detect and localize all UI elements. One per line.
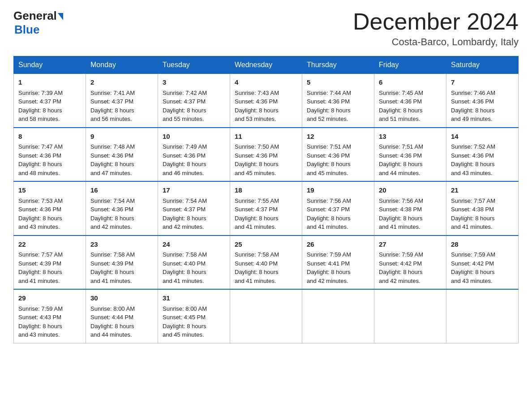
header-cell-wednesday: Wednesday bbox=[230, 56, 302, 74]
header-cell-monday: Monday bbox=[86, 56, 158, 74]
day-number: 18 bbox=[235, 185, 297, 196]
week-row-3: 15Sunrise: 7:53 AMSunset: 4:36 PMDayligh… bbox=[14, 181, 519, 235]
day-number: 15 bbox=[18, 185, 81, 196]
month-title: December 2024 bbox=[353, 9, 519, 34]
calendar-cell: 29Sunrise: 7:59 AMSunset: 4:43 PMDayligh… bbox=[14, 289, 86, 343]
day-info: Sunrise: 7:58 AMSunset: 4:40 PMDaylight:… bbox=[235, 251, 279, 284]
calendar-cell: 21Sunrise: 7:57 AMSunset: 4:38 PMDayligh… bbox=[446, 181, 519, 235]
day-info: Sunrise: 7:43 AMSunset: 4:36 PMDaylight:… bbox=[235, 90, 279, 123]
day-number: 8 bbox=[18, 132, 81, 142]
calendar-cell bbox=[302, 289, 374, 343]
day-info: Sunrise: 7:48 AMSunset: 4:36 PMDaylight:… bbox=[90, 143, 135, 176]
calendar-cell: 5Sunrise: 7:44 AMSunset: 4:36 PMDaylight… bbox=[302, 74, 374, 128]
day-info: Sunrise: 7:54 AMSunset: 4:37 PMDaylight:… bbox=[163, 197, 207, 231]
day-number: 24 bbox=[163, 240, 225, 250]
calendar-cell: 6Sunrise: 7:45 AMSunset: 4:36 PMDaylight… bbox=[374, 74, 446, 128]
logo: General Blue bbox=[13, 9, 63, 37]
calendar-cell: 22Sunrise: 7:57 AMSunset: 4:39 PMDayligh… bbox=[14, 235, 86, 290]
day-number: 25 bbox=[235, 240, 297, 250]
calendar-cell bbox=[230, 289, 302, 343]
day-info: Sunrise: 7:42 AMSunset: 4:37 PMDaylight:… bbox=[163, 90, 207, 123]
day-info: Sunrise: 7:59 AMSunset: 4:42 PMDaylight:… bbox=[379, 251, 423, 284]
day-number: 5 bbox=[307, 77, 369, 88]
day-number: 20 bbox=[379, 185, 442, 196]
calendar-cell bbox=[446, 289, 519, 343]
calendar-cell: 9Sunrise: 7:48 AMSunset: 4:36 PMDaylight… bbox=[86, 128, 158, 182]
calendar-cell: 23Sunrise: 7:58 AMSunset: 4:39 PMDayligh… bbox=[86, 235, 158, 290]
day-number: 27 bbox=[379, 240, 442, 250]
day-number: 10 bbox=[163, 132, 225, 142]
day-number: 21 bbox=[451, 185, 514, 196]
calendar-cell: 25Sunrise: 7:58 AMSunset: 4:40 PMDayligh… bbox=[230, 235, 302, 290]
day-info: Sunrise: 7:58 AMSunset: 4:40 PMDaylight:… bbox=[163, 251, 207, 284]
logo-blue-text: Blue bbox=[14, 23, 39, 37]
header-cell-sunday: Sunday bbox=[14, 56, 86, 74]
day-number: 2 bbox=[90, 77, 153, 88]
week-row-4: 22Sunrise: 7:57 AMSunset: 4:39 PMDayligh… bbox=[14, 235, 519, 290]
day-info: Sunrise: 7:56 AMSunset: 4:38 PMDaylight:… bbox=[379, 197, 423, 231]
day-info: Sunrise: 7:51 AMSunset: 4:36 PMDaylight:… bbox=[379, 143, 423, 176]
calendar-cell: 7Sunrise: 7:46 AMSunset: 4:36 PMDaylight… bbox=[446, 74, 519, 128]
header-cell-tuesday: Tuesday bbox=[158, 56, 230, 74]
day-number: 17 bbox=[163, 185, 225, 196]
day-info: Sunrise: 7:45 AMSunset: 4:36 PMDaylight:… bbox=[379, 90, 423, 123]
day-info: Sunrise: 7:56 AMSunset: 4:37 PMDaylight:… bbox=[307, 197, 351, 231]
day-number: 13 bbox=[379, 132, 442, 142]
calendar-cell: 26Sunrise: 7:59 AMSunset: 4:41 PMDayligh… bbox=[302, 235, 374, 290]
calendar-cell: 3Sunrise: 7:42 AMSunset: 4:37 PMDaylight… bbox=[158, 74, 230, 128]
calendar-cell: 13Sunrise: 7:51 AMSunset: 4:36 PMDayligh… bbox=[374, 128, 446, 182]
calendar-cell: 11Sunrise: 7:50 AMSunset: 4:36 PMDayligh… bbox=[230, 128, 302, 182]
header-cell-saturday: Saturday bbox=[446, 56, 519, 74]
logo-arrow-icon bbox=[58, 13, 63, 20]
location-text: Costa-Barco, Lombardy, Italy bbox=[353, 36, 519, 48]
day-info: Sunrise: 7:59 AMSunset: 4:43 PMDaylight:… bbox=[18, 305, 63, 338]
day-number: 26 bbox=[307, 240, 369, 250]
header-cell-thursday: Thursday bbox=[302, 56, 374, 74]
day-number: 11 bbox=[235, 132, 297, 142]
day-number: 30 bbox=[90, 293, 153, 304]
day-info: Sunrise: 7:55 AMSunset: 4:37 PMDaylight:… bbox=[235, 197, 279, 231]
day-number: 12 bbox=[307, 132, 369, 142]
calendar-cell: 4Sunrise: 7:43 AMSunset: 4:36 PMDaylight… bbox=[230, 74, 302, 128]
day-number: 9 bbox=[90, 132, 153, 142]
calendar-table: SundayMondayTuesdayWednesdayThursdayFrid… bbox=[13, 56, 519, 343]
day-number: 22 bbox=[18, 240, 81, 250]
calendar-cell: 14Sunrise: 7:52 AMSunset: 4:36 PMDayligh… bbox=[446, 128, 519, 182]
day-info: Sunrise: 7:58 AMSunset: 4:39 PMDaylight:… bbox=[90, 251, 135, 284]
day-info: Sunrise: 7:41 AMSunset: 4:37 PMDaylight:… bbox=[90, 90, 135, 123]
day-info: Sunrise: 8:00 AMSunset: 4:45 PMDaylight:… bbox=[163, 305, 207, 338]
calendar-cell: 30Sunrise: 8:00 AMSunset: 4:44 PMDayligh… bbox=[86, 289, 158, 343]
calendar-cell: 10Sunrise: 7:49 AMSunset: 4:36 PMDayligh… bbox=[158, 128, 230, 182]
calendar-cell: 2Sunrise: 7:41 AMSunset: 4:37 PMDaylight… bbox=[86, 74, 158, 128]
header-cell-friday: Friday bbox=[374, 56, 446, 74]
calendar-cell: 28Sunrise: 7:59 AMSunset: 4:42 PMDayligh… bbox=[446, 235, 519, 290]
title-area: December 2024 Costa-Barco, Lombardy, Ita… bbox=[353, 9, 519, 48]
day-number: 31 bbox=[163, 293, 225, 304]
calendar-cell: 19Sunrise: 7:56 AMSunset: 4:37 PMDayligh… bbox=[302, 181, 374, 235]
calendar-cell: 17Sunrise: 7:54 AMSunset: 4:37 PMDayligh… bbox=[158, 181, 230, 235]
day-info: Sunrise: 7:49 AMSunset: 4:36 PMDaylight:… bbox=[163, 143, 207, 176]
calendar-cell: 8Sunrise: 7:47 AMSunset: 4:36 PMDaylight… bbox=[14, 128, 86, 182]
day-info: Sunrise: 7:53 AMSunset: 4:36 PMDaylight:… bbox=[18, 197, 63, 231]
calendar-cell: 12Sunrise: 7:51 AMSunset: 4:36 PMDayligh… bbox=[302, 128, 374, 182]
week-row-2: 8Sunrise: 7:47 AMSunset: 4:36 PMDaylight… bbox=[14, 128, 519, 182]
calendar-cell: 15Sunrise: 7:53 AMSunset: 4:36 PMDayligh… bbox=[14, 181, 86, 235]
header-row: SundayMondayTuesdayWednesdayThursdayFrid… bbox=[14, 56, 519, 74]
day-info: Sunrise: 7:59 AMSunset: 4:41 PMDaylight:… bbox=[307, 251, 351, 284]
day-info: Sunrise: 7:59 AMSunset: 4:42 PMDaylight:… bbox=[451, 251, 495, 284]
logo-general-text: General bbox=[13, 9, 57, 23]
day-info: Sunrise: 7:44 AMSunset: 4:36 PMDaylight:… bbox=[307, 90, 351, 123]
day-info: Sunrise: 7:47 AMSunset: 4:36 PMDaylight:… bbox=[18, 143, 63, 176]
day-number: 16 bbox=[90, 185, 153, 196]
day-number: 28 bbox=[451, 240, 514, 250]
calendar-cell: 18Sunrise: 7:55 AMSunset: 4:37 PMDayligh… bbox=[230, 181, 302, 235]
day-info: Sunrise: 7:52 AMSunset: 4:36 PMDaylight:… bbox=[451, 143, 495, 176]
day-number: 29 bbox=[18, 293, 81, 304]
day-number: 4 bbox=[235, 77, 297, 88]
page-header: General Blue December 2024 Costa-Barco, … bbox=[13, 9, 519, 48]
day-number: 1 bbox=[18, 77, 81, 88]
day-info: Sunrise: 8:00 AMSunset: 4:44 PMDaylight:… bbox=[90, 305, 135, 338]
day-number: 7 bbox=[451, 77, 514, 88]
calendar-cell: 24Sunrise: 7:58 AMSunset: 4:40 PMDayligh… bbox=[158, 235, 230, 290]
calendar-cell: 27Sunrise: 7:59 AMSunset: 4:42 PMDayligh… bbox=[374, 235, 446, 290]
